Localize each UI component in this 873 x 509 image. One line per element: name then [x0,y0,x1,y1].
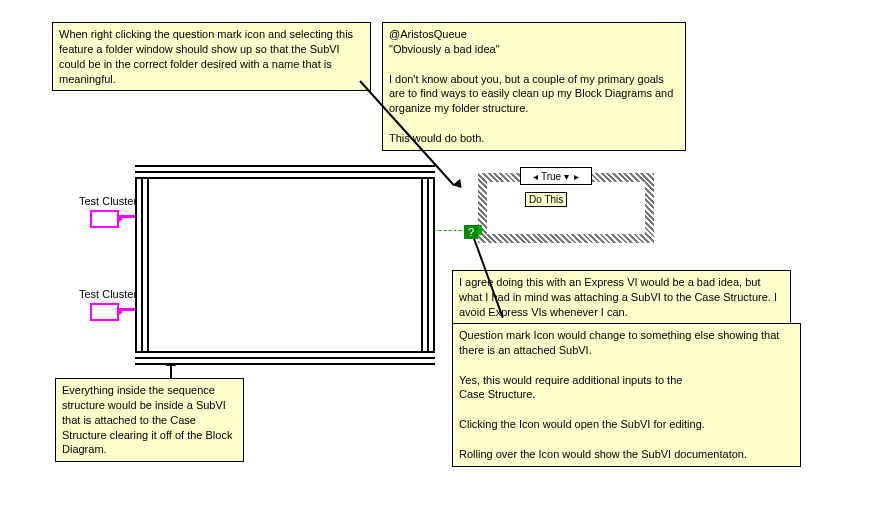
question-mark-icon[interactable]: ? [464,225,478,239]
comment-bottom-left: Everything inside the sequence structure… [55,378,244,462]
case-selector[interactable]: ◂ True ▾ ▸ [520,167,592,185]
comment-top-left: When right clicking the question mark ic… [52,22,371,91]
chevron-left-icon[interactable]: ◂ [531,171,541,182]
callout-line [170,365,172,378]
case-inner-label: Do This [525,192,567,207]
comment-top-right: @AristosQueue "Obviously a bad idea" I d… [382,22,686,151]
case-structure[interactable] [487,182,645,234]
sequence-structure[interactable] [149,179,421,351]
arrowhead-icon [453,179,466,192]
chevron-down-icon[interactable]: ▾ [561,171,571,182]
case-selector-value: True [541,171,561,182]
cluster-two-terminal[interactable] [90,303,119,321]
cluster-one-terminal[interactable] [90,210,119,228]
chevron-right-icon[interactable]: ▸ [571,171,581,182]
comment-bottom-right: Question mark Icon would change to somet… [452,323,801,467]
